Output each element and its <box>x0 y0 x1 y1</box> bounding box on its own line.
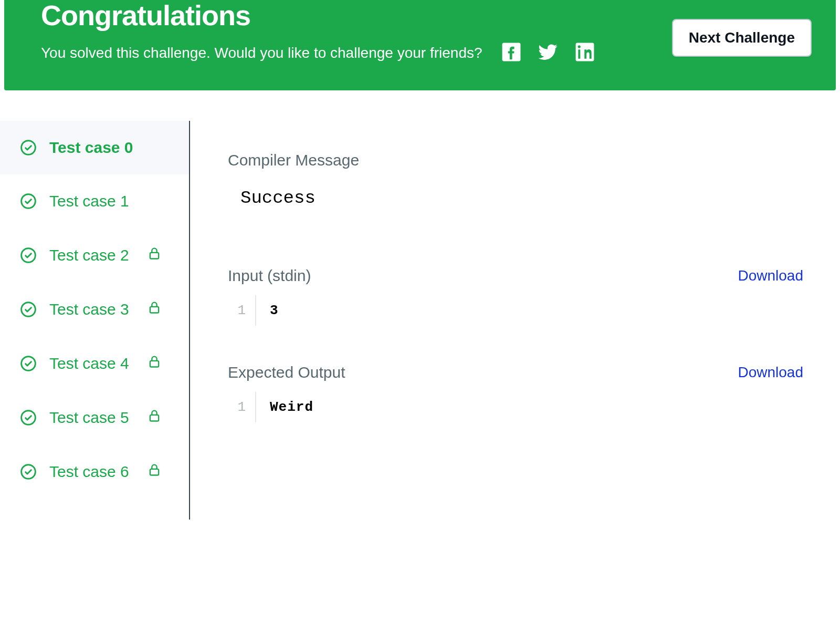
test-case-item-2[interactable]: Test case 2 <box>0 228 189 282</box>
test-case-label: Test case 1 <box>49 192 129 210</box>
expected-download-link[interactable]: Download <box>738 364 803 381</box>
test-case-label: Test case 6 <box>49 463 129 481</box>
banner-row: You solved this challenge. Would you lik… <box>41 42 595 64</box>
input-header: Input (stdin) Download <box>228 267 803 285</box>
expected-value: Weird <box>256 392 313 422</box>
lock-icon <box>147 300 162 318</box>
expected-line-number: 1 <box>228 392 256 422</box>
expected-code-block: 1 Weird <box>228 392 803 422</box>
check-icon <box>20 247 37 264</box>
test-case-item-4[interactable]: Test case 4 <box>0 336 189 390</box>
banner-subtitle: You solved this challenge. Would you lik… <box>41 45 482 61</box>
test-case-item-5[interactable]: Test case 5 <box>0 390 189 444</box>
svg-rect-7 <box>150 307 159 313</box>
social-icons <box>501 42 595 64</box>
compiler-message-header: Compiler Message <box>228 151 803 169</box>
lock-icon <box>147 462 162 481</box>
lock-icon <box>147 246 162 264</box>
check-icon <box>20 301 37 318</box>
check-icon <box>20 139 37 156</box>
test-case-label: Test case 2 <box>49 246 129 264</box>
input-label: Input (stdin) <box>228 267 311 285</box>
input-line-number: 1 <box>228 295 256 326</box>
compiler-message-label: Compiler Message <box>228 151 359 169</box>
test-case-item-0[interactable]: Test case 0 <box>0 121 189 174</box>
input-code-block: 1 3 <box>228 295 803 326</box>
test-case-label: Test case 5 <box>49 409 129 427</box>
linkedin-icon[interactable] <box>575 42 595 64</box>
lock-icon <box>147 354 162 372</box>
check-icon <box>20 193 37 210</box>
banner-title: Congratulations <box>41 0 595 32</box>
expected-header: Expected Output Download <box>228 364 803 381</box>
success-banner: Congratulations You solved this challeng… <box>4 0 836 90</box>
expected-label: Expected Output <box>228 364 345 381</box>
banner-content: Congratulations You solved this challeng… <box>41 0 595 64</box>
svg-rect-11 <box>150 415 159 421</box>
svg-rect-5 <box>150 253 159 259</box>
test-case-label: Test case 3 <box>49 300 129 318</box>
lock-icon <box>147 408 162 427</box>
content-area: Test case 0Test case 1Test case 2Test ca… <box>0 121 840 520</box>
check-icon <box>20 463 37 480</box>
test-case-item-1[interactable]: Test case 1 <box>0 174 189 228</box>
test-case-item-3[interactable]: Test case 3 <box>0 282 189 336</box>
facebook-icon[interactable] <box>501 42 521 64</box>
input-download-link[interactable]: Download <box>738 267 803 284</box>
check-icon <box>20 355 37 372</box>
test-case-sidebar: Test case 0Test case 1Test case 2Test ca… <box>0 121 190 520</box>
input-value: 3 <box>256 295 279 326</box>
test-case-details: Compiler Message Success Input (stdin) D… <box>190 121 840 520</box>
test-case-label: Test case 0 <box>49 139 133 157</box>
svg-rect-13 <box>150 469 159 475</box>
twitter-icon[interactable] <box>538 42 558 64</box>
check-icon <box>20 409 37 426</box>
test-case-label: Test case 4 <box>49 355 129 372</box>
test-case-item-6[interactable]: Test case 6 <box>0 444 189 499</box>
next-challenge-button[interactable]: Next Challenge <box>672 19 812 57</box>
svg-rect-9 <box>150 361 159 367</box>
compiler-message-value: Success <box>228 180 803 229</box>
